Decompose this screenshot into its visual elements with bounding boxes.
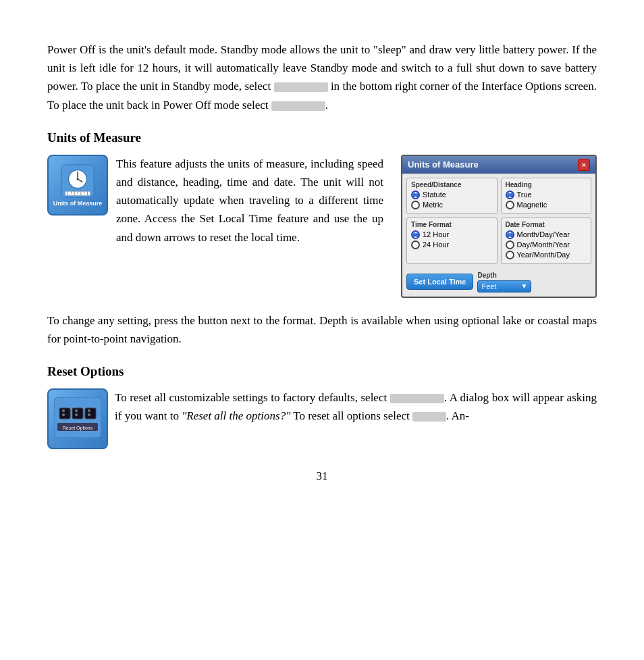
svg-point-19	[75, 409, 78, 412]
12hour-radio[interactable]	[411, 230, 420, 239]
units-of-measure-section: Units of Measure	[47, 130, 597, 298]
mdy-option[interactable]: Month/Day/Year	[506, 230, 587, 239]
reset-icon: Reset Options	[47, 388, 108, 449]
statute-radio[interactable]	[411, 191, 420, 199]
dmy-label: Day/Month/Year	[517, 240, 570, 249]
mdy-radio[interactable]	[506, 230, 514, 239]
12hour-option[interactable]: 12 Hour	[411, 230, 493, 239]
svg-rect-15	[72, 408, 83, 419]
ymd-label: Year/Month/Day	[517, 251, 570, 259]
metric-label: Metric	[423, 201, 443, 209]
svg-point-21	[88, 409, 90, 412]
after-units-paragraph: To change any setting, press the button …	[47, 311, 597, 348]
dialog-footer: Set Local Time Depth Feet ▼	[402, 268, 595, 297]
speed-distance-label: Speed/Distance	[411, 181, 493, 188]
depth-group: Depth Feet ▼	[477, 272, 591, 293]
statute-label: Statute	[423, 191, 446, 199]
svg-rect-16	[85, 408, 96, 419]
set-local-time-button[interactable]: Set Local Time	[406, 274, 473, 290]
reset-options-section: Reset Options	[47, 364, 597, 449]
svg-point-20	[75, 413, 78, 416]
poweroff-placeholder	[271, 101, 325, 111]
12hour-label: 12 Hour	[423, 230, 449, 238]
24hour-radio[interactable]	[411, 240, 420, 249]
dialog-body: Speed/Distance Statute Metric	[402, 174, 595, 268]
ymd-radio[interactable]	[506, 251, 514, 259]
time-format-label: Time Format	[411, 221, 493, 228]
reset-description: To reset all customizable settings to fa…	[115, 388, 597, 425]
time-format-group: Time Format 12 Hour 24 Hour	[406, 218, 498, 264]
page-number: 31	[47, 469, 597, 483]
magnetic-radio[interactable]	[506, 201, 514, 209]
reset-content: Reset Options To reset all customizable …	[47, 388, 597, 449]
units-left-col: Units of Measure This feature adjusts th…	[47, 155, 383, 251]
reset-btn-placeholder	[390, 394, 444, 403]
standby-placeholder	[274, 82, 328, 92]
dialog-title-bar: Units of Measure ×	[402, 156, 595, 174]
units-layout: Units of Measure This feature adjusts th…	[47, 155, 597, 298]
reset-confirm-placeholder	[412, 412, 446, 422]
dialog-close-button[interactable]: ×	[578, 159, 590, 171]
units-icon-image	[60, 163, 95, 199]
dmy-radio[interactable]	[506, 240, 514, 249]
svg-point-17	[62, 409, 65, 412]
units-icon-svg	[60, 163, 95, 199]
svg-rect-14	[59, 408, 70, 419]
units-heading: Units of Measure	[47, 130, 597, 145]
depth-dropdown[interactable]: Feet ▼	[477, 280, 531, 293]
reset-icon-graphic: Reset Options	[54, 397, 101, 441]
date-format-group: Date Format Month/Day/Year Day/Month/Yea…	[501, 218, 592, 264]
units-description: This feature adjusts the units of measur…	[116, 155, 383, 247]
ymd-option[interactable]: Year/Month/Day	[506, 251, 587, 259]
depth-arrow-icon: ▼	[521, 282, 528, 290]
date-format-label: Date Format	[506, 221, 587, 228]
magnetic-option[interactable]: Magnetic	[506, 201, 587, 209]
units-icon: Units of Measure	[47, 155, 108, 215]
reset-heading: Reset Options	[47, 364, 597, 379]
magnetic-label: Magnetic	[517, 201, 547, 209]
true-radio[interactable]	[506, 191, 514, 199]
heading-label: Heading	[506, 181, 587, 188]
svg-point-18	[62, 413, 65, 416]
reset-dialog-text: "Reset all the options?"	[182, 409, 290, 422]
intro-paragraph: Power Off is the unit's default mode. St…	[47, 41, 597, 114]
dmy-option[interactable]: Day/Month/Year	[506, 240, 587, 249]
mdy-label: Month/Day/Year	[517, 230, 570, 238]
svg-text:Reset Options: Reset Options	[63, 426, 93, 431]
units-of-measure-dialog: Units of Measure × Speed/Distance Statut…	[401, 155, 597, 298]
metric-option[interactable]: Metric	[411, 201, 493, 209]
speed-distance-group: Speed/Distance Statute Metric	[406, 178, 498, 214]
24hour-option[interactable]: 24 Hour	[411, 240, 493, 249]
units-icon-label: Units of Measure	[53, 200, 103, 207]
heading-group: Heading True Magnetic	[501, 178, 592, 214]
svg-point-22	[88, 413, 90, 416]
depth-value: Feet	[481, 282, 496, 290]
dialog-title: Units of Measure	[408, 159, 479, 170]
statute-option[interactable]: Statute	[411, 191, 493, 199]
metric-radio[interactable]	[411, 201, 420, 209]
true-option[interactable]: True	[506, 191, 587, 199]
true-label: True	[517, 191, 532, 199]
24hour-label: 24 Hour	[423, 240, 449, 249]
units-dialog-container: Units of Measure × Speed/Distance Statut…	[401, 155, 597, 298]
depth-label: Depth	[477, 272, 591, 279]
